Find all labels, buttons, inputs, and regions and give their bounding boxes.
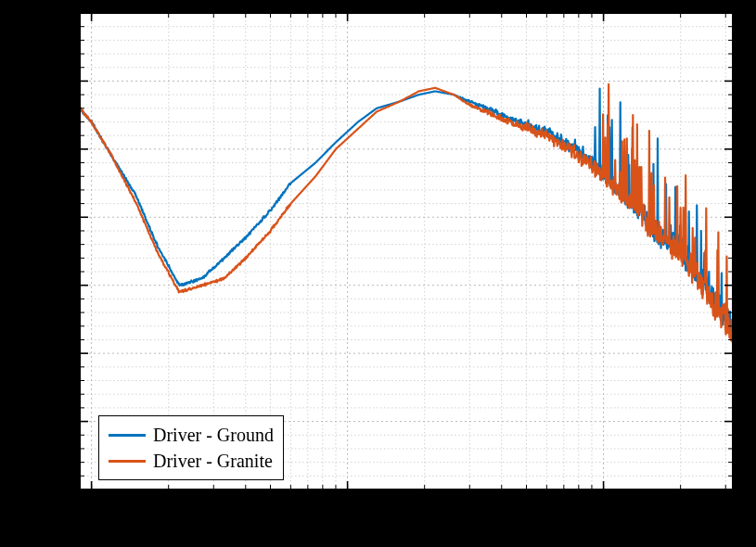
chart-container: Driver - Ground Driver - Granite bbox=[0, 0, 756, 547]
legend-item: Driver - Granite bbox=[109, 448, 274, 474]
legend-swatch bbox=[109, 434, 146, 437]
legend-label: Driver - Ground bbox=[153, 422, 274, 448]
legend-swatch bbox=[109, 460, 146, 463]
legend: Driver - Ground Driver - Granite bbox=[98, 415, 284, 480]
legend-item: Driver - Ground bbox=[109, 422, 274, 448]
legend-label: Driver - Granite bbox=[153, 448, 273, 474]
